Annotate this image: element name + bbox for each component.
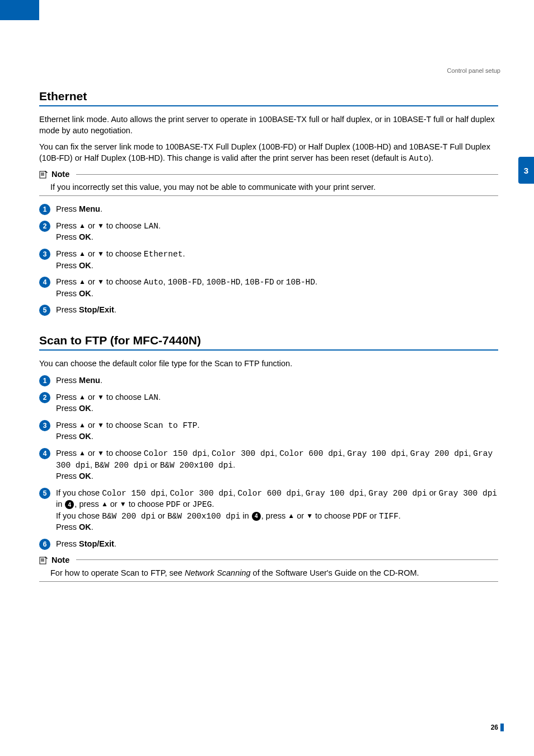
ok-key: OK	[79, 432, 91, 441]
text: Press	[56, 232, 79, 241]
step-3: 3 Press ▲ or ▼ to choose Ethernet. Press…	[39, 249, 498, 271]
code-text: Gray 100 dpi	[306, 489, 364, 498]
code-text: Color 150 dpi	[102, 489, 165, 498]
step-1: 1 Press Menu.	[39, 375, 498, 386]
down-arrow-icon: ▼	[97, 393, 104, 401]
text: in	[56, 500, 64, 508]
svg-rect-0	[40, 171, 46, 178]
up-arrow-icon: ▲	[79, 222, 86, 230]
paragraph: You can fix the server link mode to 100B…	[39, 142, 498, 164]
text: ,	[202, 277, 207, 286]
text: or	[367, 511, 379, 520]
text: Press	[56, 472, 79, 480]
text: Press	[56, 404, 79, 413]
code-text: LAN	[144, 222, 158, 231]
step-text: Press ▲ or ▼ to choose LAN. Press OK.	[56, 221, 161, 243]
note-end-rule	[39, 195, 498, 196]
code-text: B&W 200 dpi	[102, 512, 156, 521]
text: or	[86, 277, 97, 286]
down-arrow-icon: ▼	[120, 500, 127, 508]
step-bullet: 1	[39, 375, 50, 386]
text: Press	[56, 204, 79, 213]
note-rule	[76, 174, 498, 175]
text: .	[315, 277, 317, 286]
text: ,	[275, 449, 279, 458]
text: or	[86, 249, 97, 258]
code-text: Scan to FTP	[144, 421, 198, 430]
up-arrow-icon: ▲	[288, 512, 294, 520]
text: ).	[428, 153, 433, 162]
code-text: Auto	[409, 154, 429, 163]
step-bullet: 1	[39, 204, 50, 215]
text: or	[156, 511, 167, 520]
text: of the Software User's Guide on the CD-R…	[251, 568, 419, 577]
code-text: Auto	[144, 278, 163, 287]
text: .	[91, 404, 93, 413]
breadcrumb: Control panel setup	[447, 67, 500, 74]
text: to choose	[127, 500, 166, 508]
menu-key: Menu	[79, 204, 100, 213]
code-text: TIFF	[379, 512, 399, 521]
text: .	[158, 221, 161, 230]
step-text: Press Stop/Exit.	[56, 305, 116, 316]
text: .	[399, 511, 401, 520]
step-5: 5 If you chose Color 150 dpi, Color 300 …	[39, 488, 498, 533]
text: to choose	[104, 393, 144, 402]
text: Press	[56, 289, 79, 298]
ok-key: OK	[79, 289, 91, 298]
down-arrow-icon: ▼	[97, 421, 104, 429]
svg-rect-4	[40, 557, 46, 564]
step-bullet: 3	[39, 420, 50, 431]
page-number-accent	[500, 724, 504, 731]
text: .	[114, 305, 116, 314]
text: or	[274, 277, 286, 286]
text: Press	[56, 261, 79, 270]
text: or	[427, 488, 439, 497]
text: If you chose	[56, 488, 102, 497]
step-bullet: 4	[39, 448, 50, 459]
text: , press	[261, 511, 288, 520]
ok-key: OK	[79, 472, 91, 480]
down-arrow-icon: ▼	[306, 512, 313, 520]
menu-key: Menu	[79, 376, 100, 385]
code-text: 10B-HD	[286, 278, 315, 287]
code-text: 100B-FD	[168, 278, 202, 287]
step-bullet: 2	[39, 221, 50, 232]
step-text: Press Menu.	[56, 375, 102, 386]
step-2: 2 Press ▲ or ▼ to choose LAN. Press OK.	[39, 392, 498, 414]
step-text: Press Menu.	[56, 204, 102, 215]
emphasis: Network Scanning	[185, 568, 251, 577]
step-5: 5 Press Stop/Exit.	[39, 305, 498, 316]
ok-key: OK	[79, 261, 91, 270]
text: ,	[233, 488, 238, 497]
text: or	[294, 511, 306, 520]
text: .	[114, 539, 116, 548]
text: Press	[56, 449, 79, 458]
code-text: LAN	[144, 393, 158, 402]
paragraph: Ethernet link mode. Auto allows the prin…	[39, 114, 498, 136]
text: ,	[207, 449, 212, 458]
text: Press	[56, 522, 79, 531]
down-arrow-icon: ▼	[97, 278, 104, 286]
text: .	[100, 376, 102, 385]
step-bullet: 3	[39, 249, 50, 260]
ok-key: OK	[79, 404, 91, 413]
text: Press	[56, 249, 79, 258]
divider	[39, 105, 498, 106]
text: .	[91, 432, 93, 441]
code-text: 100B-HD	[207, 278, 241, 287]
text: Press	[56, 305, 79, 314]
text: Press	[56, 432, 79, 441]
text: to choose	[104, 421, 144, 430]
text: .	[91, 261, 93, 270]
text: or	[86, 221, 97, 230]
code-text: Gray 100 dpi	[347, 449, 405, 458]
text: ,	[90, 460, 95, 469]
code-text: Color 300 dpi	[170, 489, 233, 498]
text: .	[91, 522, 93, 531]
text: to choose	[104, 221, 144, 230]
text: If you chose	[56, 511, 102, 520]
text: .	[212, 500, 214, 508]
note-label: Note	[51, 170, 69, 179]
stop-exit-key: Stop/Exit	[79, 539, 114, 548]
